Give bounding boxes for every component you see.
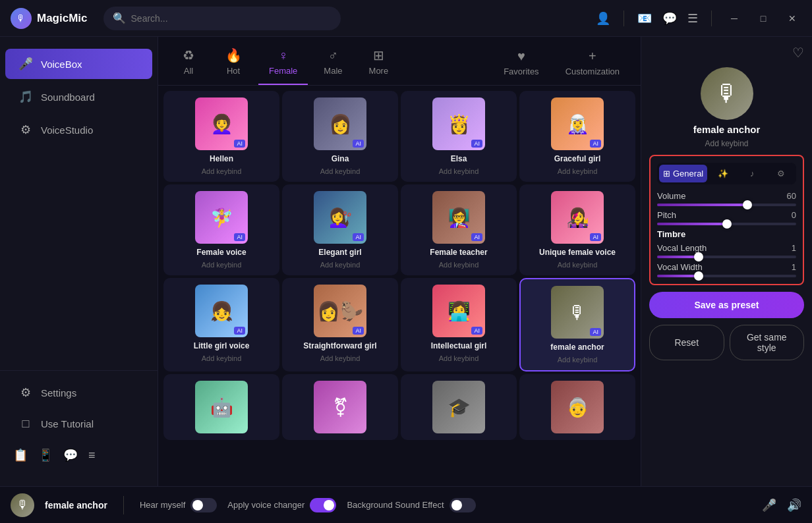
voice-thumb-g4: 👵 [551, 381, 604, 433]
volume-thumb[interactable] [743, 200, 752, 209]
voice-card-hellen[interactable]: 👩‍🦱 AI Hellen Add keybind [163, 91, 279, 182]
panel-tabs: ⊞ General ✨ ♪ ⚙ [657, 163, 796, 184]
favorite-button[interactable]: ♡ [792, 45, 804, 61]
search-icon: 🔍 [113, 12, 126, 24]
search-bar[interactable]: 🔍 [103, 7, 341, 30]
sidebar-item-label: Settings [41, 387, 76, 399]
voice-card-graceful[interactable]: 🧝‍♀️ AI Graceful girl Add keybind [519, 91, 635, 182]
panel-tab-general[interactable]: ⊞ General [659, 165, 707, 182]
voice-card-gina[interactable]: 👩 AI Gina Add keybind [282, 91, 398, 182]
tab-favorites[interactable]: ♥ Favorites [493, 43, 549, 84]
voice-keybind-gina[interactable]: Add keybind [320, 167, 361, 175]
volume-track[interactable] [657, 204, 796, 206]
ai-badge: AI [353, 140, 364, 148]
voice-card-littlegirl[interactable]: 👧 AI Little girl voice Add keybind [163, 278, 279, 372]
voice-card-g2[interactable]: ⚧ [282, 374, 398, 440]
apply-voice-toggle[interactable] [310, 498, 336, 512]
menu-icon[interactable]: ☰ [687, 11, 698, 26]
voice-card-female-anchor[interactable]: 🎙 AI female anchor Add keybind [519, 278, 635, 372]
save-preset-button[interactable]: Save as preset [649, 292, 804, 318]
voice-keybind-teacher[interactable]: Add keybind [439, 261, 479, 269]
panel-tab-eq[interactable]: ⚙ [768, 165, 794, 182]
pitch-thumb[interactable] [722, 219, 732, 229]
panel-tab-music[interactable]: ♪ [739, 165, 765, 182]
vocal-width-track[interactable] [657, 275, 796, 277]
minimize-button[interactable]: ─ [725, 9, 743, 28]
tab-favorites-label: Favorites [504, 67, 538, 76]
same-style-button[interactable]: Get same style [730, 325, 805, 360]
volume-speaker-icon[interactable]: 🔊 [787, 498, 801, 512]
tool-mobile-icon[interactable]: 📱 [38, 448, 53, 462]
panel-keybind[interactable]: Add keybind [705, 139, 748, 148]
volume-fill [657, 204, 747, 206]
sidebar-item-soundboard[interactable]: 🎵 Soundboard [5, 82, 152, 112]
voice-keybind-graceful[interactable]: Add keybind [558, 167, 598, 175]
tab-more[interactable]: ⊞ More [359, 42, 399, 85]
sidebar-spacer [0, 146, 158, 370]
hear-myself-toggle[interactable] [190, 498, 217, 512]
voice-card-elegant[interactable]: 💇‍♀️ AI Elegant girl Add keybind [282, 184, 398, 275]
voice-keybind-fvoice[interactable]: Add keybind [202, 261, 242, 269]
maximize-button[interactable]: □ [754, 9, 772, 28]
tab-customization[interactable]: + Customization [555, 43, 630, 84]
voice-card-g1[interactable]: 🤖 [163, 374, 279, 440]
tab-female[interactable]: ♀ Female [258, 43, 308, 85]
voice-card-elsa[interactable]: 👸 AI Elsa Add keybind [401, 91, 517, 182]
close-button[interactable]: ✕ [783, 9, 801, 28]
pitch-label: Pitch [657, 210, 676, 220]
hear-myself-label: Hear myself [140, 500, 185, 510]
discord-icon[interactable]: 💬 [662, 11, 677, 26]
voice-keybind-littlegirl[interactable]: Add keybind [202, 354, 242, 362]
ai-badge: AI [590, 233, 601, 241]
user-icon[interactable]: 👤 [596, 11, 610, 26]
search-input[interactable] [131, 13, 332, 24]
voice-keybind-straight[interactable]: Add keybind [320, 354, 361, 362]
tab-male[interactable]: ♂ Male [313, 43, 353, 85]
reset-button[interactable]: Reset [649, 325, 724, 360]
tab-all[interactable]: ♻ All [169, 42, 208, 85]
apply-voice-label: Apply voice changer [227, 500, 304, 510]
tool-chat-icon[interactable]: 💬 [63, 448, 78, 462]
tab-hot[interactable]: 🔥 Hot [214, 42, 253, 85]
sidebar-item-settings[interactable]: ⚙ Settings [5, 377, 152, 408]
vocal-length-thumb[interactable] [694, 252, 703, 262]
volume-value: 60 [787, 191, 796, 201]
sidebar-item-voicebox[interactable]: 🎤 VoiceBox [5, 49, 152, 79]
tool-menu-icon[interactable]: ≡ [88, 449, 96, 462]
voice-card-g3[interactable]: 🎓 [401, 374, 517, 440]
voice-keybind-intellectual[interactable]: Add keybind [439, 354, 479, 362]
voice-grid: 👩‍🦱 AI Hellen Add keybind 👩 AI Gina Add … [158, 86, 641, 486]
voice-name-elsa: Elsa [451, 154, 467, 163]
panel-tab-effects[interactable]: ✨ [710, 165, 736, 182]
vocal-width-thumb[interactable] [694, 271, 703, 281]
ai-badge: AI [590, 140, 601, 148]
bg-sound-toggle[interactable] [450, 498, 476, 512]
voice-card-straightforward[interactable]: 👩‍🦫 AI Straightforward girl Add keybind [282, 278, 398, 372]
sidebar-item-voicestudio[interactable]: ⚙ VoiceStudio [5, 115, 152, 145]
bottom-divider [123, 496, 124, 514]
voice-keybind-elegant[interactable]: Add keybind [320, 261, 361, 269]
ai-badge: AI [234, 140, 245, 148]
tool-clipboard-icon[interactable]: 📋 [13, 448, 28, 462]
voice-keybind-elsa[interactable]: Add keybind [439, 167, 479, 175]
pitch-track[interactable] [657, 223, 796, 225]
ai-badge: AI [471, 233, 482, 241]
voice-keybind-unique[interactable]: Add keybind [558, 261, 598, 269]
voice-card-intellectual[interactable]: 👩‍💻 AI Intellectual girl Add keybind [401, 278, 517, 372]
voice-card-unique[interactable]: 👩‍🎤 AI Unique female voice Add keybind [519, 184, 635, 275]
voice-keybind-anchor[interactable]: Add keybind [558, 356, 598, 364]
voice-card-female-voice[interactable]: 🧚‍♀️ AI Female voice Add keybind [163, 184, 279, 275]
voice-keybind-hellen[interactable]: Add keybind [202, 167, 242, 175]
tab-more-label: More [369, 66, 389, 76]
voice-avatar-g2: ⚧ [314, 381, 366, 433]
mail-icon[interactable]: 📧 [637, 11, 652, 26]
voice-card-g4[interactable]: 👵 [519, 374, 635, 440]
sidebar-item-tutorial[interactable]: □ Use Tutorial [5, 409, 152, 439]
vocal-length-label-row: Vocal Length 1 [657, 243, 796, 253]
volume-label: Volume [657, 191, 685, 201]
voice-name-graceful: Graceful girl [554, 154, 601, 163]
voice-card-teacher[interactable]: 👩‍🏫 AI Female teacher Add keybind [401, 184, 517, 275]
mic-icon[interactable]: 🎤 [762, 498, 776, 512]
voice-name-intellectual: Intellectual girl [431, 341, 487, 350]
vocal-length-track[interactable] [657, 256, 796, 258]
